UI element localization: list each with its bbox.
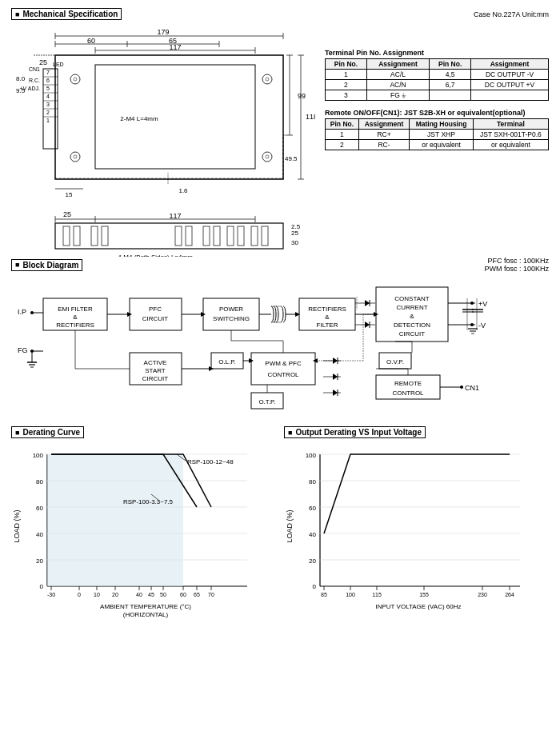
svg-text:40: 40 bbox=[36, 531, 43, 538]
col-housing: Mating Housing bbox=[410, 119, 474, 130]
svg-text:R.C.: R.C. bbox=[29, 78, 40, 83]
svg-rect-81 bbox=[227, 226, 234, 246]
svg-text:4-M4 (Both Sides) L=4mm: 4-M4 (Both Sides) L=4mm bbox=[118, 254, 193, 257]
svg-text:100: 100 bbox=[346, 592, 355, 597]
terminal-table-2-title: Remote ON/OFF(CN1): JST S2B-XH or equiva… bbox=[325, 109, 549, 117]
svg-text:20: 20 bbox=[36, 557, 43, 565]
svg-text:RSP-100-12~48: RSP-100-12~48 bbox=[187, 458, 234, 465]
cell: RC+ bbox=[358, 130, 409, 140]
terminal-table-1-title: Terminal Pin No. Assignment bbox=[325, 49, 549, 57]
svg-text:80: 80 bbox=[309, 478, 316, 485]
svg-text:START: START bbox=[145, 367, 166, 374]
svg-marker-190 bbox=[333, 358, 338, 364]
svg-rect-19 bbox=[95, 65, 255, 169]
svg-text:7: 7 bbox=[46, 70, 50, 75]
svg-text:117: 117 bbox=[169, 43, 181, 51]
svg-text:3: 3 bbox=[46, 102, 50, 107]
svg-rect-18 bbox=[55, 55, 283, 179]
svg-rect-73 bbox=[63, 226, 70, 246]
cell: DC OUTPUT -V bbox=[471, 70, 549, 80]
svg-point-175 bbox=[460, 385, 463, 389]
svg-text:99: 99 bbox=[298, 92, 306, 100]
svg-text:LED: LED bbox=[53, 62, 64, 67]
svg-text:40: 40 bbox=[136, 592, 142, 597]
svg-text:85: 85 bbox=[321, 592, 327, 597]
svg-text:AMBIENT TEMPERATURE (°C): AMBIENT TEMPERATURE (°C) bbox=[100, 603, 191, 610]
svg-text:&: & bbox=[73, 314, 78, 321]
cell: RC- bbox=[358, 140, 409, 150]
svg-text:264: 264 bbox=[505, 592, 514, 597]
cell: 6,7 bbox=[430, 80, 471, 90]
svg-text:8.0: 8.0 bbox=[16, 75, 26, 82]
remote-table: Pin No. Assignment Mating Housing Termin… bbox=[325, 118, 549, 150]
svg-text:65: 65 bbox=[194, 592, 200, 597]
cell bbox=[471, 90, 549, 101]
svg-text:5: 5 bbox=[46, 86, 50, 91]
svg-text:1: 1 bbox=[46, 118, 50, 123]
pfc-info: PFC fosc : 100KHz PWM fosc : 100KHz bbox=[484, 257, 549, 273]
svg-text:9.5: 9.5 bbox=[16, 87, 26, 94]
svg-point-41 bbox=[266, 78, 269, 81]
cell: 2 bbox=[326, 140, 359, 150]
svg-text:0: 0 bbox=[40, 583, 44, 590]
svg-text:PWM & PFC: PWM & PFC bbox=[265, 360, 302, 367]
svg-text:O.V.P.: O.V.P. bbox=[386, 358, 404, 366]
page: Mechanical Specification Case No.227A Un… bbox=[0, 0, 560, 632]
col-pin-no: Pin No. bbox=[326, 119, 359, 130]
svg-text:25: 25 bbox=[63, 210, 71, 218]
block-diagram-svg-container: I.P FG EMI FILTER & RECTIFIERS bbox=[11, 273, 549, 418]
cell: JST SXH-001T-P0.6 bbox=[473, 130, 548, 140]
svg-text:&: & bbox=[410, 313, 414, 320]
block-diagram-svg: I.P FG EMI FILTER & RECTIFIERS bbox=[11, 273, 549, 417]
svg-text:&: & bbox=[325, 314, 330, 321]
svg-text:6: 6 bbox=[46, 78, 50, 83]
svg-text:50: 50 bbox=[160, 592, 166, 597]
svg-rect-80 bbox=[214, 226, 220, 246]
output-derating-title: Output Derating VS Input Voltage bbox=[284, 426, 426, 438]
svg-text:I.P: I.P bbox=[18, 308, 26, 316]
svg-text:ACTIVE: ACTIVE bbox=[144, 359, 167, 366]
svg-rect-82 bbox=[238, 226, 244, 246]
svg-marker-232 bbox=[47, 454, 183, 586]
svg-text:LOAD (%): LOAD (%) bbox=[286, 509, 294, 542]
cell: 1 bbox=[326, 70, 367, 80]
col-pin-no-2: Pin No. bbox=[430, 59, 471, 70]
svg-text:-V: -V bbox=[478, 322, 486, 330]
svg-text:CIRCUIT: CIRCUIT bbox=[142, 315, 169, 322]
svg-point-39 bbox=[74, 78, 77, 81]
svg-text:20: 20 bbox=[309, 557, 316, 565]
svg-rect-162 bbox=[251, 353, 315, 385]
cell: AC/N bbox=[366, 80, 429, 90]
svg-text:FILTER: FILTER bbox=[317, 322, 338, 329]
svg-text:100: 100 bbox=[33, 452, 44, 459]
derating-curve-section: Derating Curve LOAD (%) 100 80 bbox=[11, 426, 276, 624]
output-derating-chart: LOAD (%) 100 80 60 40 20 0 bbox=[284, 446, 549, 624]
derating-title: Derating Curve bbox=[11, 426, 84, 438]
svg-rect-110 bbox=[203, 298, 259, 330]
derating-svg: LOAD (%) 100 80 60 40 bbox=[11, 446, 267, 622]
col-terminal: Terminal bbox=[473, 119, 548, 130]
svg-text:0: 0 bbox=[313, 583, 317, 590]
svg-text:115: 115 bbox=[372, 592, 382, 597]
svg-text:INPUT VOLTAGE (VAC) 60Hz: INPUT VOLTAGE (VAC) 60Hz bbox=[376, 603, 462, 610]
svg-text:60: 60 bbox=[309, 505, 316, 512]
svg-marker-193 bbox=[333, 373, 338, 380]
svg-rect-83 bbox=[251, 226, 258, 246]
svg-text:15: 15 bbox=[66, 191, 73, 198]
svg-text:LOAD (%): LOAD (%) bbox=[13, 509, 21, 542]
svg-text:25: 25 bbox=[39, 58, 47, 66]
svg-text:60: 60 bbox=[180, 592, 186, 597]
svg-text:60: 60 bbox=[36, 505, 43, 512]
svg-point-44 bbox=[262, 152, 272, 162]
cell: 1 bbox=[326, 130, 359, 140]
svg-text:100: 100 bbox=[306, 452, 317, 459]
svg-text:30: 30 bbox=[291, 239, 298, 246]
bottom-sections: Derating Curve LOAD (%) 100 80 bbox=[11, 426, 549, 624]
svg-text:117: 117 bbox=[169, 212, 181, 220]
svg-rect-78 bbox=[186, 226, 192, 246]
svg-text:80: 80 bbox=[36, 478, 43, 485]
svg-point-38 bbox=[70, 74, 80, 84]
svg-text:179: 179 bbox=[157, 28, 169, 36]
terminal-tables: Terminal Pin No. Assignment Pin No. Assi… bbox=[325, 49, 549, 157]
svg-text:RECTIFIERS: RECTIFIERS bbox=[308, 306, 346, 313]
